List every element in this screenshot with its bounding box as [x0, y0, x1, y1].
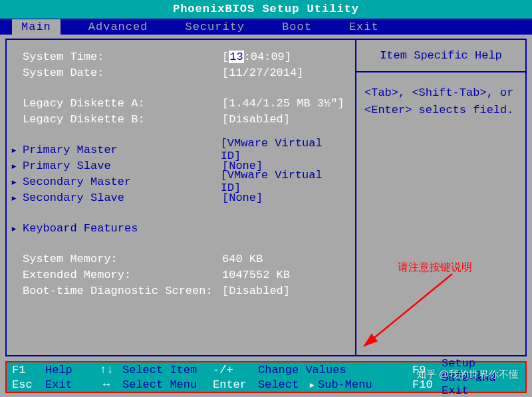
leftright-icon: ↔ [90, 378, 122, 391]
extended-memory-label: Extended Memory: [23, 269, 222, 281]
system-time-label: System Time: [23, 51, 222, 63]
label-exit: Exit [45, 378, 90, 391]
key-enter: Enter [213, 378, 258, 391]
annotation-text: 请注意按键说明 [398, 261, 472, 275]
legacy-b-label: Legacy Diskette B: [23, 113, 222, 126]
primary-master-value[interactable]: [VMware Virtual ID] [221, 137, 348, 162]
watermark: 知乎 @我的世界你不懂 [416, 368, 519, 381]
triangle-icon: ▸ [11, 175, 17, 189]
label-select-item: Select Item [122, 364, 213, 376]
extended-memory-value: 1047552 KB [222, 269, 290, 281]
primary-master-label: Primary Master [23, 144, 221, 156]
boot-diag-label: Boot-time Diagnostic Screen: [23, 285, 222, 297]
system-memory-value: 640 KB [222, 253, 263, 265]
key-esc: Esc [12, 378, 45, 391]
title-bar: PhoenixBIOS Setup Utility [0, 0, 532, 19]
system-memory-label: System Memory: [23, 253, 222, 265]
system-date-label: System Date: [23, 66, 222, 79]
key-f1: F1 [12, 364, 45, 376]
row-system-memory: System Memory: 640 KB [23, 251, 348, 266]
row-keyboard-features[interactable]: ▸ Keyboard Features [23, 221, 348, 235]
menu-bar: Main Advanced Security Boot Exit [0, 19, 532, 35]
updown-icon: ↑↓ [90, 364, 122, 376]
keyboard-features-label: Keyboard Features [23, 222, 222, 235]
help-title: Item Specific Help [356, 40, 525, 72]
legacy-b-value[interactable]: [Disabled] [222, 113, 290, 126]
label-select-menu: Select Menu [122, 378, 213, 391]
row-legacy-a[interactable]: Legacy Diskette A: [1.44/1.25 MB 3½"] [23, 96, 348, 110]
row-boot-diag[interactable]: Boot-time Diagnostic Screen: [Disabled] [23, 283, 348, 298]
boot-diag-value[interactable]: [Disabled] [222, 285, 290, 297]
menu-security[interactable]: Security [176, 19, 254, 35]
label-help: Help [45, 364, 90, 376]
menu-main[interactable]: Main [12, 19, 61, 35]
legacy-a-label: Legacy Diskette A: [23, 97, 222, 110]
label-change-values: Change Values [258, 364, 412, 376]
row-primary-master[interactable]: ▸ Primary Master [VMware Virtual ID] [23, 142, 348, 157]
secondary-master-value[interactable]: [VMware Virtual ID] [221, 169, 348, 194]
triangle-icon: ▸ [11, 143, 17, 157]
help-panel: Item Specific Help <Tab>, <Shift-Tab>, o… [355, 40, 525, 355]
triangle-icon: ▸ [11, 191, 17, 205]
time-hh-cursor[interactable]: 13 [229, 51, 243, 63]
main-area: System Time: [13:04:09] System Date: [11… [5, 39, 527, 356]
system-date-value[interactable]: [11/27/2014] [222, 66, 303, 79]
menu-boot[interactable]: Boot [273, 19, 321, 35]
settings-panel: System Time: [13:04:09] System Date: [11… [7, 40, 355, 355]
menu-exit[interactable]: Exit [340, 19, 388, 35]
secondary-slave-label: Secondary Slave [23, 192, 222, 204]
triangle-icon: ▸ [11, 159, 17, 173]
menu-advanced[interactable]: Advanced [79, 19, 158, 35]
row-legacy-b[interactable]: Legacy Diskette B: [Disabled] [23, 112, 348, 126]
label-sub-menu: Sub-Menu [318, 378, 412, 391]
row-system-time[interactable]: System Time: [13:04:09] [23, 49, 348, 64]
label-select: Select [258, 378, 309, 391]
minusplus-icon: -/+ [213, 364, 258, 376]
legacy-a-value[interactable]: [1.44/1.25 MB 3½"] [222, 97, 344, 110]
secondary-slave-value[interactable]: [None] [222, 192, 263, 204]
system-time-value[interactable]: [13:04:09] [222, 51, 291, 63]
row-extended-memory: Extended Memory: 1047552 KB [23, 267, 348, 282]
row-secondary-master[interactable]: ▸ Secondary Master [VMware Virtual ID] [23, 174, 348, 189]
primary-slave-label: Primary Slave [23, 160, 222, 172]
triangle-icon: ▸ [309, 378, 318, 392]
help-body: <Tab>, <Shift-Tab>, or <Enter> selects f… [356, 72, 525, 130]
row-system-date[interactable]: System Date: [11/27/2014] [23, 65, 348, 80]
secondary-master-label: Secondary Master [23, 176, 221, 188]
triangle-icon: ▸ [11, 221, 17, 235]
